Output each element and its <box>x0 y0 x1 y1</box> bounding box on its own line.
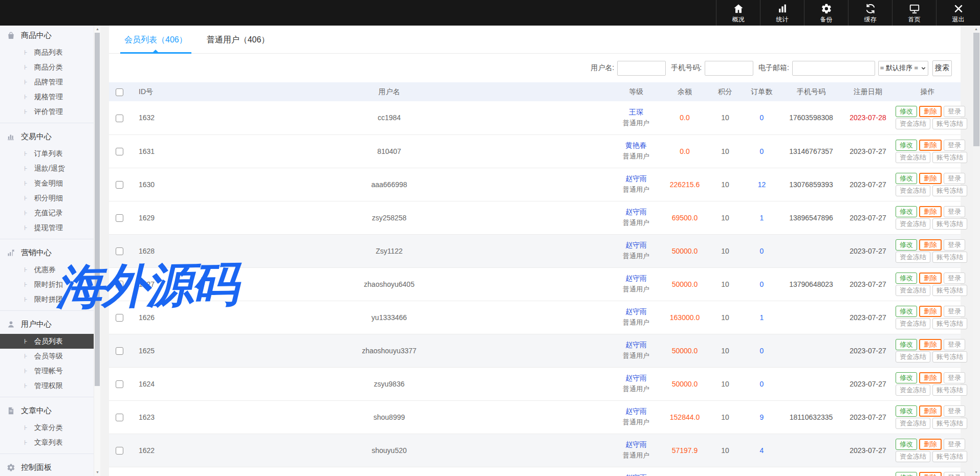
login-button[interactable]: 登录 <box>944 206 965 217</box>
sidebar-item-评价管理[interactable]: ⊦ 评价管理 <box>0 104 94 119</box>
level-link[interactable]: 赵守雨 <box>625 174 647 183</box>
edit-button[interactable]: 修改 <box>896 206 917 217</box>
delete-button[interactable]: 删除 <box>919 239 942 251</box>
delete-button[interactable]: 删除 <box>919 306 942 317</box>
edit-button[interactable]: 修改 <box>896 239 917 251</box>
topbar-button-refresh[interactable]: 缓存 <box>848 0 892 26</box>
login-button[interactable]: 登录 <box>944 106 965 117</box>
login-button[interactable]: 登录 <box>944 339 965 350</box>
edit-button[interactable]: 修改 <box>896 372 917 383</box>
freeze-account-button[interactable]: 账号冻结 <box>932 118 967 129</box>
freeze-funds-button[interactable]: 资金冻结 <box>896 418 930 429</box>
sidebar-item-会员等级[interactable]: ⊦ 会员等级 <box>0 349 94 364</box>
login-button[interactable]: 登录 <box>944 273 965 284</box>
sidebar-scrollbar-thumb[interactable] <box>95 33 100 386</box>
sidebar-item-文章列表[interactable]: ⊦ 文章列表 <box>0 435 94 450</box>
page-scroll-down-icon[interactable]: ▼ <box>973 469 979 476</box>
freeze-funds-button[interactable]: 资金冻结 <box>896 451 930 462</box>
login-button[interactable]: 登录 <box>944 439 965 450</box>
freeze-account-button[interactable]: 账号冻结 <box>932 285 967 296</box>
freeze-funds-button[interactable]: 资金冻结 <box>896 218 930 230</box>
level-link[interactable]: 赵守雨 <box>625 473 647 476</box>
row-checkbox[interactable] <box>116 214 123 222</box>
sidebar-item-限时折扣[interactable]: ⊦ 限时折扣 <box>0 277 94 292</box>
freeze-funds-button[interactable]: 资金冻结 <box>896 351 930 362</box>
login-button[interactable]: 登录 <box>944 306 965 317</box>
edit-button[interactable]: 修改 <box>896 472 917 476</box>
level-link[interactable]: 赵守雨 <box>625 374 647 382</box>
row-checkbox[interactable] <box>116 115 123 122</box>
scroll-up-icon[interactable]: ▲ <box>94 26 101 33</box>
sidebar-item-提现管理[interactable]: ⊦ 提现管理 <box>0 220 94 235</box>
orders-link[interactable]: 1 <box>760 214 764 222</box>
topbar-button-stats[interactable]: 统计 <box>760 0 804 26</box>
sidebar-item-商品分类[interactable]: ⊦ 商品分类 <box>0 60 94 75</box>
freeze-account-button[interactable]: 账号冻结 <box>932 218 967 230</box>
sidebar-section-header[interactable]: 文章中心 <box>0 401 94 420</box>
freeze-funds-button[interactable]: 资金冻结 <box>896 152 930 163</box>
delete-button[interactable]: 删除 <box>919 372 942 383</box>
scroll-down-icon[interactable]: ▼ <box>94 469 101 476</box>
sidebar-section-header[interactable]: 控制面板 <box>0 458 94 476</box>
sidebar-item-积分明细[interactable]: ⊦ 积分明细 <box>0 191 94 206</box>
level-link[interactable]: 赵守雨 <box>625 440 647 448</box>
delete-button[interactable]: 删除 <box>919 472 942 476</box>
freeze-funds-button[interactable]: 资金冻结 <box>896 285 930 296</box>
orders-link[interactable]: 0 <box>760 147 764 155</box>
level-link[interactable]: 赵守雨 <box>625 208 647 216</box>
freeze-account-button[interactable]: 账号冻结 <box>932 318 967 329</box>
orders-link[interactable]: 9 <box>760 413 764 421</box>
sidebar-section-header[interactable]: 营销中心 <box>0 243 94 262</box>
tab-normal-users[interactable]: 普通用户（406） <box>203 26 274 54</box>
delete-button[interactable]: 删除 <box>919 273 942 284</box>
sidebar-item-会员列表[interactable]: ⊦ 会员列表 <box>0 334 94 349</box>
level-link[interactable]: 黄艳春 <box>625 141 647 149</box>
sidebar-item-管理权限[interactable]: ⊦ 管理权限 <box>0 378 94 393</box>
row-checkbox[interactable] <box>116 281 123 288</box>
freeze-account-button[interactable]: 账号冻结 <box>932 451 967 462</box>
topbar-button-home[interactable]: 概况 <box>716 0 760 26</box>
edit-button[interactable]: 修改 <box>896 405 917 417</box>
delete-button[interactable]: 删除 <box>919 106 942 117</box>
sidebar-item-充值记录[interactable]: ⊦ 充值记录 <box>0 206 94 220</box>
orders-link[interactable]: 0 <box>760 247 764 255</box>
search-button[interactable]: 搜索 <box>932 60 952 76</box>
row-checkbox[interactable] <box>116 181 123 189</box>
freeze-funds-button[interactable]: 资金冻结 <box>896 252 930 263</box>
page-scrollbar-thumb[interactable] <box>973 33 979 146</box>
select-all-checkbox[interactable] <box>116 88 123 96</box>
delete-button[interactable]: 删除 <box>919 206 942 217</box>
edit-button[interactable]: 修改 <box>896 273 917 284</box>
sidebar-item-文章分类[interactable]: ⊦ 文章分类 <box>0 420 94 435</box>
tab-member-list[interactable]: 会员列表（406） <box>120 26 191 54</box>
orders-link[interactable]: 0 <box>760 380 764 388</box>
delete-button[interactable]: 删除 <box>919 173 942 184</box>
edit-button[interactable]: 修改 <box>896 140 917 151</box>
level-link[interactable]: 赵守雨 <box>625 307 647 315</box>
sidebar-section-header[interactable]: 商品中心 <box>0 26 94 45</box>
row-checkbox[interactable] <box>116 314 123 322</box>
level-link[interactable]: 赵守雨 <box>625 274 647 282</box>
freeze-funds-button[interactable]: 资金冻结 <box>896 318 930 329</box>
sort-select[interactable]: = 默认排序 = <box>878 61 928 76</box>
edit-button[interactable]: 修改 <box>896 439 917 450</box>
row-checkbox[interactable] <box>116 380 123 388</box>
freeze-funds-button[interactable]: 资金冻结 <box>896 384 930 396</box>
freeze-account-button[interactable]: 账号冻结 <box>932 252 967 263</box>
login-button[interactable]: 登录 <box>944 405 965 417</box>
level-link[interactable]: 赵守雨 <box>625 241 647 249</box>
search-input[interactable] <box>792 61 875 76</box>
row-checkbox[interactable] <box>116 347 123 355</box>
sidebar-item-退款/退货[interactable]: ⊦ 退款/退货 <box>0 161 94 176</box>
sidebar-item-规格管理[interactable]: ⊦ 规格管理 <box>0 89 94 104</box>
orders-link[interactable]: 0 <box>760 280 764 288</box>
topbar-button-monitor[interactable]: 首页 <box>892 0 936 26</box>
edit-button[interactable]: 修改 <box>896 306 917 317</box>
search-input[interactable] <box>617 61 666 76</box>
sidebar-scrollbar[interactable]: ▲ ▼ <box>94 26 100 476</box>
delete-button[interactable]: 删除 <box>919 339 942 350</box>
orders-link[interactable]: 0 <box>760 347 764 355</box>
orders-link[interactable]: 0 <box>760 114 764 122</box>
edit-button[interactable]: 修改 <box>896 173 917 184</box>
freeze-funds-button[interactable]: 资金冻结 <box>896 185 930 196</box>
